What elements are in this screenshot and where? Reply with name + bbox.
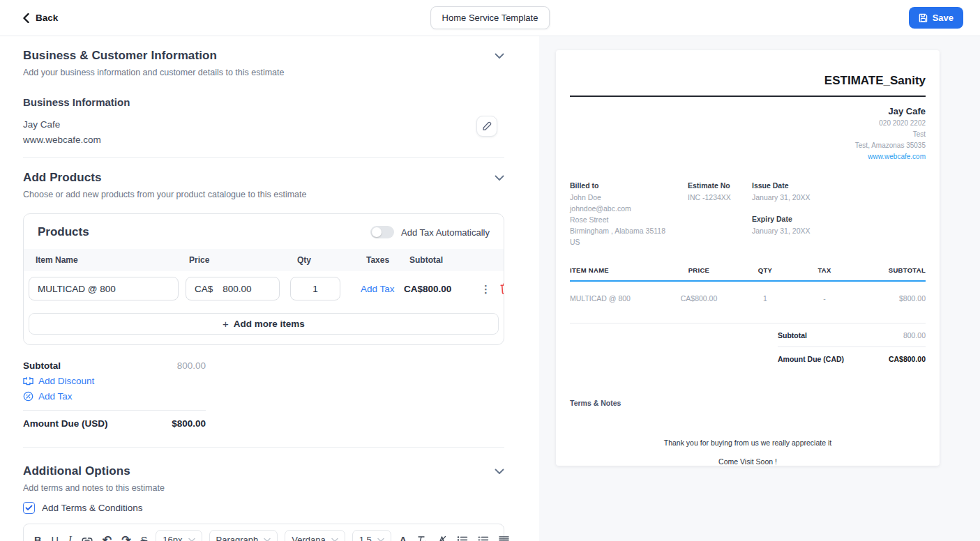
back-label: Back — [36, 13, 58, 23]
editor-toolbar: B U I ↶ ↷ S 16px Paragra — [31, 530, 497, 541]
editor-panel: Business & Customer Information Add your… — [0, 36, 539, 541]
preview-business-line1: Test — [570, 130, 926, 139]
add-terms-checkbox[interactable] — [23, 502, 35, 514]
business-website: www.webcafe.com — [23, 132, 504, 148]
row-subtotal-value: CA$800.00 — [404, 284, 481, 294]
text-color-button[interactable]: A — [396, 533, 410, 541]
bold-button[interactable]: B — [31, 533, 45, 541]
terms-notes-label: Terms & Notes — [570, 399, 926, 407]
add-more-items-label: Add more items — [234, 319, 305, 329]
back-button[interactable]: Back — [23, 13, 58, 23]
preview-business-website: www.webcafe.com — [570, 152, 926, 161]
additional-options-section-header: Additional Options Add terms and notes t… — [23, 464, 504, 493]
redo-button[interactable]: ↷ — [118, 531, 134, 541]
products-card-title: Products — [38, 225, 89, 239]
billed-to-label: Billed to — [570, 181, 688, 190]
save-button[interactable]: Save — [909, 7, 963, 29]
preview-amount-label: Amount Due (CAD) — [778, 355, 844, 363]
totals-block: Subtotal 800.00 Add Discount Add Tax Am — [23, 360, 206, 429]
bullet-list-icon — [457, 535, 468, 541]
section-subtitle: Choose or add new products from your pro… — [23, 190, 504, 199]
italic-button[interactable]: I — [65, 532, 75, 541]
template-selector-button[interactable]: Home Service Template — [430, 6, 550, 29]
preview-item-price: CA$800.00 — [661, 294, 737, 303]
collapse-chevron-icon[interactable] — [495, 468, 504, 475]
subtotal-label: Subtotal — [23, 360, 61, 371]
preview-panel: ESTIMATE_Sanity Jay Cafe 020 2020 2202 T… — [539, 36, 980, 541]
preview-col-price: PRICE — [661, 266, 737, 274]
chevron-down-icon — [188, 538, 195, 541]
section-subtitle: Add your business information and custom… — [23, 68, 504, 77]
billed-to-street: Rose Street — [570, 215, 688, 225]
chevron-down-icon — [264, 538, 271, 541]
item-name-input[interactable] — [29, 277, 179, 300]
price-input[interactable]: CA$ 800.00 — [186, 277, 280, 300]
preview-info-row: Billed to John Doe johndoe@abc.com Rose … — [570, 181, 926, 247]
chevron-down-icon — [377, 538, 384, 541]
add-tax-label: Add Tax — [38, 391, 73, 402]
billed-to-country: US — [570, 237, 688, 247]
preview-business-name: Jay Cafe — [570, 106, 926, 116]
preview-item-qty: 1 — [737, 294, 793, 303]
add-tax-automatically-toggle[interactable] — [370, 226, 394, 238]
numbered-list-button[interactable] — [474, 533, 492, 541]
preview-item-row: MULTICAD @ 800 CA$800.00 1 - $800.00 — [570, 294, 926, 303]
estimate-no-value: INC -1234XX — [688, 192, 752, 203]
edit-business-button[interactable] — [476, 116, 497, 137]
price-value: 800.00 — [223, 284, 251, 294]
align-button[interactable] — [495, 533, 513, 541]
products-table-header: Item Name Price Qty Taxes Subtotal — [24, 249, 504, 271]
bullet-list-button[interactable] — [453, 533, 472, 541]
billed-to-email: johndoe@abc.com — [570, 204, 688, 214]
add-tax-link[interactable]: Add Tax — [23, 391, 206, 402]
add-products-section-header: Add Products Choose or add new products … — [23, 171, 504, 199]
line-height-select[interactable]: 1.5 — [352, 530, 391, 541]
plus-icon: + — [223, 318, 229, 330]
align-justify-icon — [499, 535, 509, 541]
row-menu-kebab-icon[interactable]: ⋮ — [481, 284, 491, 294]
chevron-down-icon — [331, 538, 338, 541]
font-size-value: 16px — [163, 535, 182, 541]
column-qty: Qty — [297, 255, 366, 265]
business-information-title: Business Information — [23, 96, 504, 108]
section-divider — [23, 447, 504, 448]
preview-totals: Subtotal 800.00 Amount Due (CAD) CA$800.… — [778, 323, 926, 370]
highlight-color-button[interactable] — [433, 533, 451, 541]
add-discount-label: Add Discount — [38, 376, 94, 386]
back-chevron-icon — [23, 13, 29, 23]
paragraph-style-value: Paragraph — [216, 535, 259, 541]
add-more-items-button[interactable]: + Add more items — [29, 313, 499, 335]
strikethrough-button[interactable]: S — [137, 533, 151, 541]
preview-amount-value: CA$800.00 — [889, 355, 926, 363]
preview-subtotal-value: 800.00 — [903, 331, 926, 340]
toggle-label: Add Tax Automatically — [401, 227, 490, 238]
collapse-chevron-icon[interactable] — [495, 53, 504, 59]
font-family-select[interactable]: Verdana — [285, 530, 345, 541]
qty-input[interactable] — [290, 277, 340, 300]
paragraph-style-select[interactable]: Paragraph — [209, 530, 278, 541]
collapse-chevron-icon[interactable] — [495, 175, 504, 181]
undo-button[interactable]: ↶ — [99, 531, 115, 541]
business-customer-section-header: Business & Customer Information Add your… — [23, 49, 504, 77]
top-bar: Back Home Service Template Save — [0, 0, 980, 36]
clear-format-button[interactable] — [413, 533, 430, 541]
row-add-tax-link[interactable]: Add Tax — [361, 284, 404, 294]
column-item-name: Item Name — [36, 255, 189, 265]
business-name: Jay Cafe — [23, 117, 504, 132]
currency-prefix: CA$ — [195, 284, 213, 294]
preview-business-block: Jay Cafe 020 2020 2202 Test Test, Amazon… — [570, 106, 926, 161]
section-subtitle: Add terms and notes to this estimate — [23, 483, 504, 493]
preview-business-phone: 020 2020 2202 — [570, 119, 926, 128]
delete-row-button[interactable] — [499, 282, 504, 295]
section-divider — [23, 157, 504, 158]
amount-due-label: Amount Due (USD) — [23, 418, 108, 429]
font-size-select[interactable]: 16px — [156, 530, 202, 541]
line-height-value: 1.5 — [359, 535, 372, 541]
section-title: Add Products — [23, 171, 504, 185]
link-button[interactable] — [78, 535, 96, 541]
preview-col-subtotal: SUBTOTAL — [856, 266, 926, 274]
terms-editor: B U I ↶ ↷ S 16px Paragra — [23, 524, 504, 541]
add-discount-link[interactable]: Add Discount — [23, 376, 206, 386]
section-title: Business & Customer Information — [23, 49, 504, 63]
underline-button[interactable]: U — [47, 533, 61, 541]
